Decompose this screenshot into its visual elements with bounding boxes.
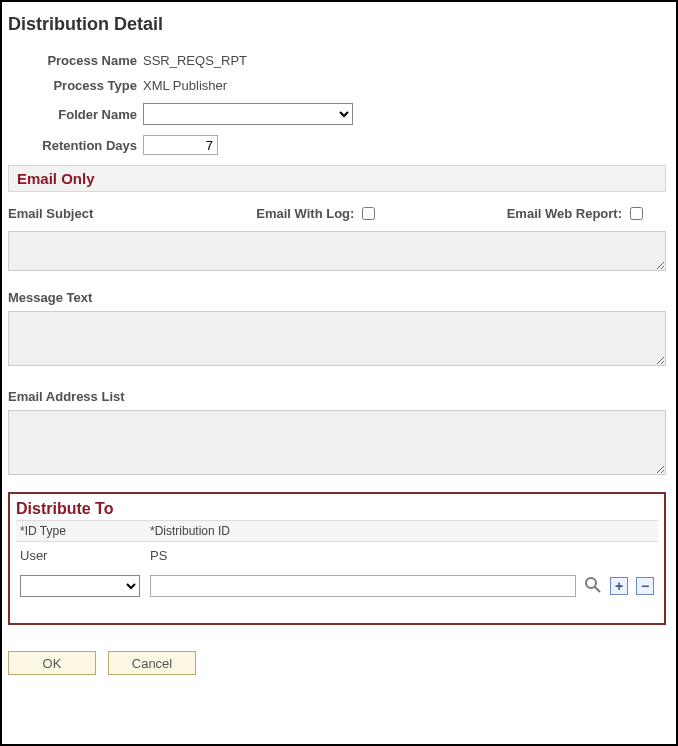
remove-row-icon[interactable]: − [636, 577, 654, 595]
folder-name-label: Folder Name [8, 107, 143, 122]
col-distribution-id: *Distribution ID [146, 521, 580, 542]
email-with-log-group: Email With Log: [256, 204, 378, 223]
svg-line-1 [595, 587, 600, 592]
distribution-id-input[interactable] [150, 575, 576, 597]
table-row: User PS [16, 542, 658, 570]
email-web-report-label: Email Web Report: [507, 206, 622, 221]
distribute-to-title: Distribute To [16, 500, 658, 518]
email-address-list-label: Email Address List [8, 389, 666, 404]
add-row-icon[interactable]: + [610, 577, 628, 595]
col-lookup [580, 521, 606, 542]
email-with-log-label: Email With Log: [256, 206, 354, 221]
distribute-to-table: *ID Type *Distribution ID User PS [16, 520, 658, 603]
retention-days-label: Retention Days [8, 138, 143, 153]
col-add [606, 521, 632, 542]
ok-button[interactable]: OK [8, 651, 96, 675]
email-options-row: Email Subject Email With Log: Email Web … [8, 204, 666, 223]
distribution-detail-window: Distribution Detail Process Name SSR_REQ… [0, 0, 678, 746]
distribute-header-row: *ID Type *Distribution ID [16, 521, 658, 542]
process-name-label: Process Name [8, 53, 143, 68]
table-row: + − [16, 569, 658, 603]
cancel-button[interactable]: Cancel [108, 651, 196, 675]
col-remove [632, 521, 658, 542]
distribute-to-section: Distribute To *ID Type *Distribution ID … [8, 492, 666, 625]
email-with-log-checkbox[interactable] [362, 207, 375, 220]
message-text-label: Message Text [8, 290, 666, 305]
dist-id-value-0: PS [146, 542, 580, 570]
process-type-row: Process Type XML Publisher [8, 78, 666, 93]
retention-days-row: Retention Days [8, 135, 666, 155]
email-only-section-header: Email Only [8, 165, 666, 192]
email-subject-label: Email Subject [8, 206, 128, 221]
message-text-textarea[interactable] [8, 311, 666, 366]
folder-name-row: Folder Name [8, 103, 666, 125]
id-type-select[interactable] [20, 575, 140, 597]
lookup-icon[interactable] [584, 576, 602, 594]
col-id-type: *ID Type [16, 521, 146, 542]
svg-point-0 [586, 578, 596, 588]
process-type-value: XML Publisher [143, 78, 227, 93]
email-web-report-checkbox[interactable] [630, 207, 643, 220]
email-subject-textarea[interactable] [8, 231, 666, 271]
page-title: Distribution Detail [8, 14, 666, 35]
email-address-list-textarea[interactable] [8, 410, 666, 475]
email-web-report-group: Email Web Report: [507, 204, 646, 223]
process-name-row: Process Name SSR_REQS_RPT [8, 53, 666, 68]
id-type-value-0: User [16, 542, 146, 570]
folder-name-select[interactable] [143, 103, 353, 125]
button-row: OK Cancel [8, 651, 666, 675]
process-type-label: Process Type [8, 78, 143, 93]
process-name-value: SSR_REQS_RPT [143, 53, 247, 68]
retention-days-input[interactable] [143, 135, 218, 155]
